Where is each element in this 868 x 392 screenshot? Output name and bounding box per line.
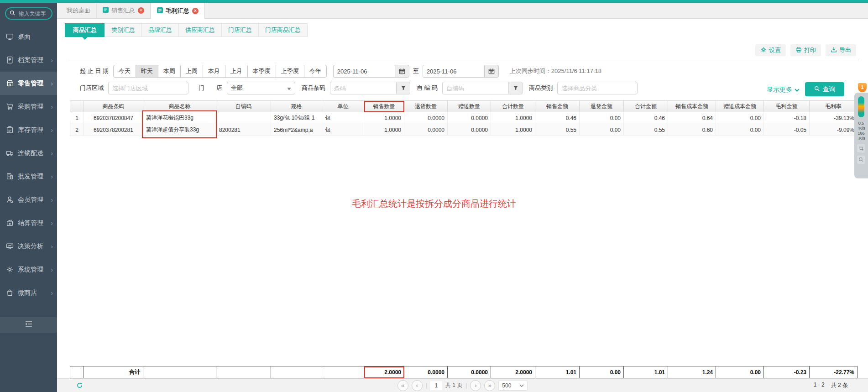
sidebar-item-settlement[interactable]: 结算管理› (0, 211, 57, 235)
subtab-label: 门店汇总 (228, 26, 252, 34)
sidebar-search-input[interactable] (18, 10, 52, 17)
sidebar-item-system[interactable]: 系统管理› (0, 258, 57, 281)
cell-spec: 256ml*2&amp;a (271, 124, 322, 136)
subtab-label: 品牌汇总 (148, 26, 172, 34)
date-range-label: 起 止 日 期 (80, 67, 109, 75)
preset-yesterday[interactable]: 昨天 (136, 65, 158, 78)
print-button[interactable]: 打印 (790, 44, 821, 56)
close-icon[interactable]: × (192, 8, 199, 14)
tab-label: 我的桌面 (67, 6, 90, 15)
total-gross-margin: -22.77% (810, 366, 858, 378)
column-header-barcode: 商品条码 (84, 101, 143, 112)
date-from-input[interactable] (333, 65, 395, 78)
subtab-supplier-summary[interactable]: 供应商汇总 (178, 23, 222, 37)
first-page-button[interactable]: « (397, 380, 408, 391)
sidebar-item-purchase[interactable]: 采购管理› (0, 95, 57, 118)
subtab-store-summary[interactable]: 门店汇总 (221, 23, 259, 37)
last-page-button[interactable]: » (484, 380, 495, 391)
chevron-down-icon (795, 86, 800, 94)
subtab-category-summary[interactable]: 类别汇总 (105, 23, 142, 37)
page-number-input[interactable]: 1 (430, 381, 442, 390)
sidebar-item-retail[interactable]: 零售管理› (0, 72, 57, 95)
filter-funnel-icon[interactable] (397, 82, 410, 94)
cell-total-qty: 1.0000 (491, 124, 535, 136)
preset-last-week[interactable]: 上周 (180, 65, 203, 78)
export-button[interactable]: 导出 (826, 44, 856, 56)
tab-sales-summary[interactable]: 销售汇总× (97, 3, 151, 18)
settings-button[interactable]: 设置 (755, 44, 786, 56)
subtab-product-summary[interactable]: 商品汇总 (65, 23, 105, 37)
cell-unit: 包 (322, 112, 364, 124)
chevron-right-icon: › (51, 104, 53, 110)
sidebar-item-member[interactable]: 会员管理› (0, 188, 57, 211)
date-from-group (333, 65, 409, 78)
cell-row-no: 2 (70, 124, 84, 136)
screenshot-icon[interactable] (857, 144, 865, 152)
cell-sales-cost: 0.64 (668, 112, 716, 124)
sidebar-search-box[interactable] (5, 7, 52, 20)
prev-page-button[interactable]: ‹ (412, 380, 423, 391)
query-button[interactable]: 查询 (805, 82, 844, 96)
notification-badge[interactable]: 1 (858, 83, 867, 92)
preset-this-quarter[interactable]: 本季度 (247, 65, 276, 78)
upload-speed-value: 0.5 (857, 121, 865, 126)
date-to-input[interactable] (423, 65, 484, 78)
chevron-right-icon: › (51, 150, 53, 157)
cell-total-amount: 0.55 (624, 124, 668, 136)
chevron-right-icon: › (51, 57, 53, 63)
cell-barcode: 6920378200847 (84, 112, 143, 124)
sidebar-item-archives[interactable]: 档案管理› (0, 48, 57, 72)
tab-gross-profit-summary[interactable]: 毛利汇总× (151, 3, 205, 19)
preset-this-year[interactable]: 今年 (304, 65, 327, 78)
preset-this-month[interactable]: 本月 (203, 65, 225, 78)
search-icon[interactable] (857, 156, 865, 164)
column-header-sales-amount: 销售金额 (535, 101, 580, 112)
sidebar-item-wholesale[interactable]: 批发管理› (0, 165, 57, 188)
sidebar-item-chain-delivery[interactable]: 连锁配送› (0, 141, 57, 165)
date-presets: 今天昨天本周上周本月上月本季度上季度今年 (113, 65, 327, 78)
show-more-link[interactable]: 显示更多 (767, 86, 800, 94)
sidebar-item-micro-store[interactable]: 微商店› (0, 281, 57, 304)
sidebar-item-desktop[interactable]: 桌面 (0, 25, 57, 48)
category-input[interactable] (557, 82, 638, 94)
calendar-icon[interactable] (484, 65, 499, 78)
desktop-icon (6, 33, 14, 41)
preset-this-week[interactable]: 本周 (158, 65, 181, 78)
column-header-gross-profit: 毛利金额 (764, 101, 810, 112)
cell-spec: 33g/包 10包/组 1 (271, 112, 322, 124)
cell-gross-margin: -9.09% (810, 124, 858, 136)
accelerator-capsule-icon[interactable] (858, 96, 864, 117)
tab-label: 销售汇总 (111, 6, 135, 15)
total-gross-profit: -0.23 (764, 366, 810, 378)
store-region-input[interactable] (108, 82, 188, 94)
custom-code-input[interactable] (442, 82, 509, 94)
collapse-sidebar-button[interactable] (0, 317, 57, 333)
preset-last-month[interactable]: 上月 (225, 65, 248, 78)
printer-icon (795, 47, 802, 54)
subtab-brand-summary[interactable]: 品牌汇总 (141, 23, 179, 37)
date-to-group (423, 65, 499, 78)
column-header-return-qty: 退货数量 (404, 101, 448, 112)
total-gift-cost: 0.00 (716, 366, 764, 378)
close-icon[interactable]: × (138, 7, 144, 14)
preset-last-quarter[interactable]: 上季度 (276, 65, 304, 78)
sidebar-item-decision-analysis[interactable]: 决策分析› (0, 235, 57, 258)
subtab-store-product-summary[interactable]: 门店商品汇总 (258, 23, 308, 37)
barcode-input[interactable] (330, 82, 397, 94)
sidebar-item-inventory[interactable]: 库存管理› (0, 118, 57, 141)
page-size-select[interactable]: 500 (498, 381, 528, 391)
pager-separator: | (465, 382, 467, 389)
sidebar-item-label: 桌面 (18, 33, 31, 41)
next-page-button[interactable]: › (470, 380, 481, 391)
preset-today[interactable]: 今天 (113, 65, 136, 78)
store-select[interactable]: 全部 (227, 82, 295, 94)
query-label: 查询 (823, 85, 836, 94)
search-icon (814, 86, 820, 93)
column-header-gift-qty: 赠送数量 (448, 101, 491, 112)
print-label: 打印 (804, 46, 816, 54)
calendar-icon[interactable] (395, 65, 409, 78)
filter-funnel-icon[interactable] (509, 82, 523, 94)
cell-custom-code: 8200281 (216, 124, 271, 136)
cell-return-qty: 0.0000 (404, 112, 448, 124)
tab-my-desktop[interactable]: 我的桌面 (61, 3, 97, 18)
